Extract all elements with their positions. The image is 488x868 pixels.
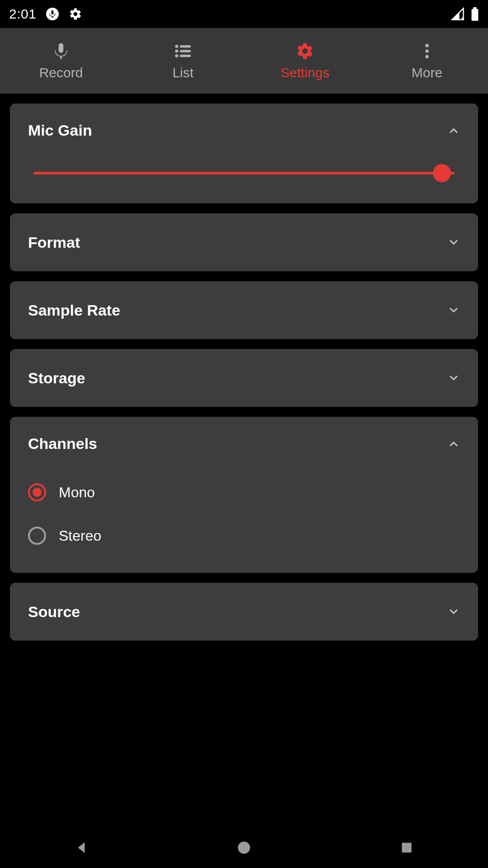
svg-rect-3 <box>472 9 479 21</box>
tab-record-label: Record <box>39 65 83 80</box>
svg-point-6 <box>175 49 178 52</box>
svg-rect-14 <box>402 843 411 852</box>
card-mic-gain: Mic Gain <box>10 104 478 203</box>
tab-settings[interactable]: Settings <box>244 28 366 94</box>
card-header-storage[interactable]: Storage <box>10 349 478 407</box>
chevron-up-icon <box>447 438 460 450</box>
card-sample-rate: Sample Rate <box>10 281 478 339</box>
svg-point-10 <box>425 43 429 47</box>
microphone-icon <box>52 42 70 61</box>
tab-more[interactable]: More <box>366 28 488 94</box>
card-channels: Channels Mono Stereo <box>10 417 478 573</box>
card-header-format[interactable]: Format <box>10 213 478 271</box>
svg-text:x: x <box>461 15 465 21</box>
card-title-source: Source <box>28 603 447 621</box>
tab-bar: Record List Settings More <box>0 28 488 94</box>
svg-rect-2 <box>473 7 477 9</box>
gear-icon <box>296 42 314 61</box>
chevron-down-icon <box>447 304 460 316</box>
svg-point-4 <box>175 45 178 48</box>
home-circle-icon <box>236 840 252 856</box>
card-storage: Storage <box>10 349 478 407</box>
tab-list-label: List <box>173 65 194 80</box>
more-vertical-icon <box>418 42 436 61</box>
tab-record[interactable]: Record <box>0 28 122 94</box>
battery-icon <box>471 7 479 21</box>
radio-stereo-label: Stereo <box>59 528 101 544</box>
radio-mono-label: Mono <box>59 484 95 501</box>
radio-circle-icon <box>28 483 46 501</box>
radio-stereo[interactable]: Stereo <box>28 514 460 557</box>
svg-point-11 <box>425 49 429 53</box>
mic-status-icon <box>46 8 59 20</box>
slider-thumb[interactable] <box>433 164 451 182</box>
card-title-storage: Storage <box>28 369 447 387</box>
card-title-mic-gain: Mic Gain <box>28 122 447 139</box>
svg-rect-5 <box>180 45 191 47</box>
radio-mono[interactable]: Mono <box>28 471 460 514</box>
nav-home[interactable] <box>199 840 289 856</box>
card-title-format: Format <box>28 234 447 251</box>
card-title-sample-rate: Sample Rate <box>28 302 447 319</box>
tab-settings-label: Settings <box>281 65 329 80</box>
card-source: Source <box>10 583 478 641</box>
recent-square-icon <box>399 840 414 855</box>
card-title-channels: Channels <box>28 435 447 453</box>
status-clock: 2:01 <box>9 6 36 22</box>
status-bar: 2:01 x <box>0 0 488 28</box>
svg-point-13 <box>238 842 250 854</box>
android-nav-bar <box>0 827 488 868</box>
card-header-mic-gain[interactable]: Mic Gain <box>28 122 460 139</box>
tab-more-label: More <box>412 65 442 80</box>
settings-scroll[interactable]: Mic Gain Format <box>0 94 488 812</box>
card-format: Format <box>10 213 478 271</box>
nav-recent[interactable] <box>361 840 452 855</box>
chevron-up-icon <box>447 124 460 137</box>
card-header-sample-rate[interactable]: Sample Rate <box>10 281 478 339</box>
svg-point-8 <box>175 54 178 57</box>
svg-rect-9 <box>180 54 191 57</box>
card-header-channels[interactable]: Channels <box>28 435 460 453</box>
mic-gain-slider[interactable] <box>33 172 455 175</box>
chevron-down-icon <box>447 605 460 618</box>
chevron-down-icon <box>447 236 460 249</box>
radio-circle-icon <box>28 527 46 545</box>
back-triangle-icon <box>73 840 89 856</box>
list-icon <box>174 42 192 61</box>
svg-point-12 <box>425 55 429 58</box>
chevron-down-icon <box>447 372 460 384</box>
gear-status-icon <box>69 7 82 21</box>
tab-list[interactable]: List <box>122 28 244 94</box>
signal-icon: x <box>451 7 465 21</box>
card-header-source[interactable]: Source <box>10 583 478 641</box>
nav-back[interactable] <box>36 840 127 856</box>
svg-rect-7 <box>180 50 191 52</box>
